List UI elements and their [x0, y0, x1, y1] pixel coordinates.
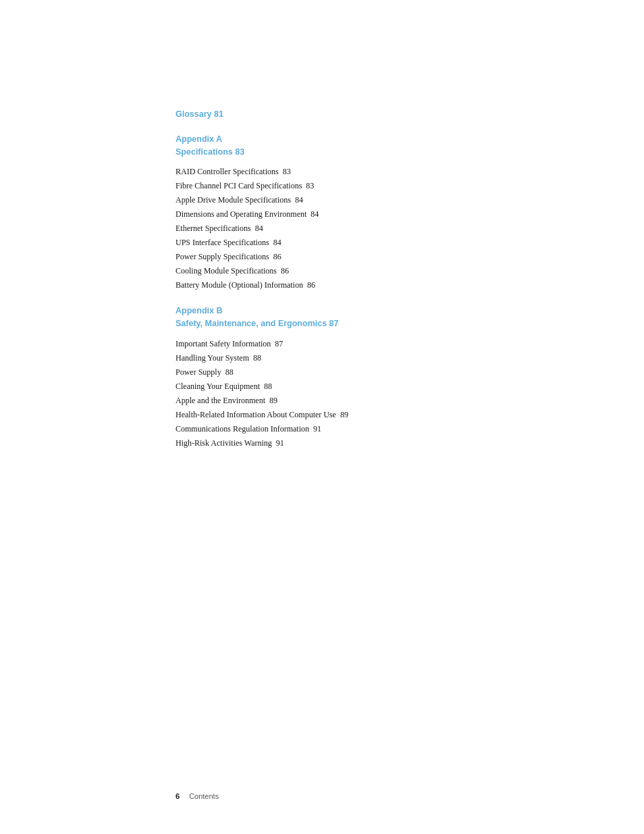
- toc-entry: High-Risk Activities Warning 91: [176, 436, 468, 450]
- appendix-b-heading: Appendix B Safety, Maintenance, and Ergo…: [176, 305, 468, 330]
- toc-entry: Power Supply Specifications 86: [176, 250, 468, 264]
- toc-entry: Health-Related Information About Compute…: [176, 408, 468, 422]
- toc-entry: Apple and the Environment 89: [176, 394, 468, 408]
- toc-section-glossary: Glossary 81: [176, 108, 468, 121]
- page-footer: 6 Contents: [176, 792, 219, 800]
- toc-section-appendix-b: Appendix B Safety, Maintenance, and Ergo…: [176, 305, 468, 450]
- toc-entry: Ethernet Specifications 84: [176, 221, 468, 236]
- toc-entry: Fibre Channel PCI Card Specifications 83: [176, 179, 468, 193]
- toc-entry: RAID Controller Specifications 83: [176, 165, 468, 179]
- appendix-a-entries: RAID Controller Specifications 83 Fibre …: [176, 165, 468, 292]
- toc-entry: Apple Drive Module Specifications 84: [176, 193, 468, 207]
- toc-entry: Important Safety Information 87: [176, 337, 468, 351]
- appendix-b-entries: Important Safety Information 87 Handling…: [176, 337, 468, 450]
- toc-entry: Battery Module (Optional) Information 86: [176, 278, 468, 292]
- toc-entry: Power Supply 88: [176, 365, 468, 380]
- footer-page-number: 6: [176, 792, 180, 800]
- toc-entry: Cooling Module Specifications 86: [176, 264, 468, 278]
- toc-entry: Communications Regulation Information 91: [176, 422, 468, 436]
- toc-entry: Dimensions and Operating Environment 84: [176, 207, 468, 221]
- toc-entry: UPS Interface Specifications 84: [176, 236, 468, 250]
- glossary-heading: Glossary 81: [176, 108, 468, 121]
- footer-label: Contents: [189, 792, 219, 800]
- page: Glossary 81 Appendix A Specifications 83…: [0, 0, 644, 834]
- toc-entry: Cleaning Your Equipment 88: [176, 380, 468, 394]
- toc-section-appendix-a: Appendix A Specifications 83 RAID Contro…: [176, 133, 468, 293]
- appendix-a-heading: Appendix A Specifications 83: [176, 133, 468, 159]
- toc-entry: Handling Your System 88: [176, 351, 468, 365]
